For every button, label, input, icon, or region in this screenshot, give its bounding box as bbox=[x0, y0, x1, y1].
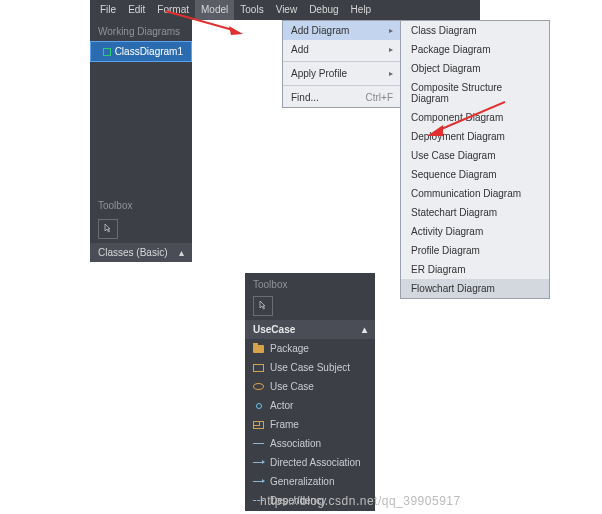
menu-separator bbox=[283, 61, 401, 62]
tool-label: Generalization bbox=[270, 476, 334, 487]
menu-find[interactable]: Find...Ctrl+F bbox=[283, 88, 401, 107]
menu-add-diagram[interactable]: Add Diagram▸ bbox=[283, 21, 401, 40]
toolbox-section-usecase[interactable]: UseCase ▴ bbox=[245, 320, 375, 339]
tool-label: Association bbox=[270, 438, 321, 449]
line-icon bbox=[253, 438, 264, 449]
toolbox-panel: Toolbox UseCase ▴ Package Use Case Subje… bbox=[245, 273, 375, 511]
submenu-package-diagram[interactable]: Package Diagram bbox=[401, 40, 549, 59]
watermark-text: https://blog.csdn.net/qq_39905917 bbox=[260, 494, 461, 508]
generalization-icon bbox=[253, 476, 264, 487]
submenu-statechart-diagram[interactable]: Statechart Diagram bbox=[401, 203, 549, 222]
toolbox-header: Toolbox bbox=[245, 273, 375, 292]
toolbox-title-top: Toolbox bbox=[90, 196, 192, 215]
tool-label: Frame bbox=[270, 419, 299, 430]
menu-edit[interactable]: Edit bbox=[122, 0, 151, 20]
submenu-object-diagram[interactable]: Object Diagram bbox=[401, 59, 549, 78]
tool-label: Use Case bbox=[270, 381, 314, 392]
section-label: UseCase bbox=[253, 324, 295, 335]
tool-label: Use Case Subject bbox=[270, 362, 350, 373]
annotation-arrow-icon bbox=[425, 100, 505, 140]
annotation-arrow-icon bbox=[165, 8, 245, 38]
arrow-icon bbox=[253, 457, 264, 468]
classes-basic-section[interactable]: Classes (Basic) ▴ bbox=[90, 243, 192, 262]
cursor-tool-top[interactable] bbox=[98, 219, 118, 239]
menubar: File Edit Format Model Tools View Debug … bbox=[90, 0, 480, 20]
menu-help[interactable]: Help bbox=[345, 0, 378, 20]
diagram-tree-item[interactable]: ClassDiagram1 bbox=[90, 41, 192, 62]
svg-marker-1 bbox=[229, 26, 243, 35]
classes-basic-label: Classes (Basic) bbox=[98, 247, 167, 258]
chevron-right-icon: ▸ bbox=[389, 26, 393, 35]
add-diagram-submenu: Class Diagram Package Diagram Object Dia… bbox=[400, 20, 550, 299]
menu-debug[interactable]: Debug bbox=[303, 0, 344, 20]
folder-icon bbox=[253, 343, 264, 354]
submenu-profile-diagram[interactable]: Profile Diagram bbox=[401, 241, 549, 260]
cursor-tool[interactable] bbox=[253, 296, 273, 316]
tool-label: Package bbox=[270, 343, 309, 354]
svg-line-0 bbox=[165, 11, 233, 30]
chevron-right-icon: ▸ bbox=[389, 69, 393, 78]
menu-separator bbox=[283, 85, 401, 86]
working-diagrams-panel: Working Diagrams ClassDiagram1 Toolbox C… bbox=[90, 20, 192, 262]
submenu-class-diagram[interactable]: Class Diagram bbox=[401, 21, 549, 40]
diagram-tree-label: ClassDiagram1 bbox=[115, 46, 183, 57]
tool-generalization[interactable]: Generalization bbox=[245, 472, 375, 491]
submenu-sequence-diagram[interactable]: Sequence Diagram bbox=[401, 165, 549, 184]
class-diagram-icon bbox=[103, 48, 111, 56]
actor-icon bbox=[253, 400, 264, 411]
submenu-activity-diagram[interactable]: Activity Diagram bbox=[401, 222, 549, 241]
tool-use-case[interactable]: Use Case bbox=[245, 377, 375, 396]
menu-apply-profile[interactable]: Apply Profile▸ bbox=[283, 64, 401, 83]
submenu-flowchart-diagram[interactable]: Flowchart Diagram bbox=[401, 279, 549, 298]
submenu-er-diagram[interactable]: ER Diagram bbox=[401, 260, 549, 279]
menu-file[interactable]: File bbox=[94, 0, 122, 20]
tool-include[interactable]: Include bbox=[245, 510, 375, 514]
tool-list: Package Use Case Subject Use Case Actor … bbox=[245, 339, 375, 514]
tool-label: Directed Association bbox=[270, 457, 361, 468]
tool-frame[interactable]: Frame bbox=[245, 415, 375, 434]
tool-directed-association[interactable]: Directed Association bbox=[245, 453, 375, 472]
oval-icon bbox=[253, 381, 264, 392]
chevron-right-icon: ▸ bbox=[389, 45, 393, 54]
collapse-icon: ▴ bbox=[179, 247, 184, 258]
submenu-use-case-diagram[interactable]: Use Case Diagram bbox=[401, 146, 549, 165]
shortcut-label: Ctrl+F bbox=[366, 92, 394, 103]
tool-label: Actor bbox=[270, 400, 293, 411]
tool-association[interactable]: Association bbox=[245, 434, 375, 453]
tool-use-case-subject[interactable]: Use Case Subject bbox=[245, 358, 375, 377]
svg-marker-3 bbox=[427, 125, 443, 136]
rect-icon bbox=[253, 362, 264, 373]
model-menu-dropdown: Add Diagram▸ Add▸ Apply Profile▸ Find...… bbox=[282, 20, 402, 108]
frame-icon bbox=[253, 419, 264, 430]
collapse-icon: ▴ bbox=[362, 324, 367, 335]
menu-add[interactable]: Add▸ bbox=[283, 40, 401, 59]
submenu-communication-diagram[interactable]: Communication Diagram bbox=[401, 184, 549, 203]
tool-actor[interactable]: Actor bbox=[245, 396, 375, 415]
tool-package[interactable]: Package bbox=[245, 339, 375, 358]
menu-view[interactable]: View bbox=[270, 0, 304, 20]
svg-line-2 bbox=[439, 102, 505, 130]
